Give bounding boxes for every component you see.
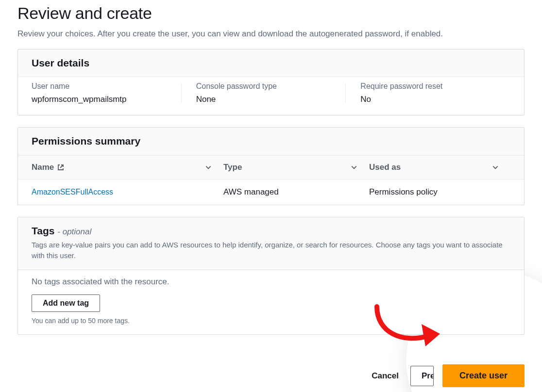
tags-header: Tags - optional Tags are key-value pairs… (18, 217, 524, 270)
user-details-header: User details (18, 49, 524, 77)
user-details-row: User name wpformscom_wpmailsmtp Console … (18, 77, 524, 115)
previous-button[interactable]: Previous (410, 366, 434, 386)
tags-title-text: Tags (32, 225, 54, 236)
require-password-reset-value: No (360, 95, 503, 104)
tags-empty-message: No tags associated with the resource. (32, 277, 510, 287)
require-password-reset-field: Require password reset No (346, 82, 510, 104)
permissions-table-header: Name Type (18, 155, 524, 180)
permissions-column-used-as-label: Used as (369, 163, 401, 172)
permissions-type-value: AWS managed (223, 187, 279, 197)
tags-panel: Tags - optional Tags are key-value pairs… (17, 217, 525, 335)
permissions-column-name[interactable]: Name (32, 163, 65, 172)
page-title: Review and create (17, 4, 525, 23)
tags-title: Tags - optional (32, 225, 510, 237)
cancel-button[interactable]: Cancel (369, 366, 402, 386)
user-name-field: User name wpformscom_wpmailsmtp (32, 82, 182, 104)
footer-actions: Cancel Previous Create user (0, 360, 542, 387)
user-name-label: User name (32, 82, 174, 91)
permissions-policy-link[interactable]: AmazonSESFullAccess (32, 188, 113, 196)
permissions-summary-title: Permissions summary (32, 135, 510, 147)
permissions-column-name-label: Name (32, 163, 54, 172)
permissions-summary-header: Permissions summary (18, 128, 524, 155)
console-password-type-value: None (196, 95, 339, 104)
tags-optional-label: - optional (57, 227, 91, 236)
permissions-column-type[interactable]: Type (223, 163, 242, 172)
external-link-icon (57, 163, 65, 171)
create-user-button[interactable]: Create user (442, 364, 525, 387)
add-new-tag-button[interactable]: Add new tag (32, 294, 100, 312)
page-description: Review your choices. After you create th… (17, 28, 525, 40)
console-password-type-field: Console password type None (182, 82, 346, 104)
user-details-panel: User details User name wpformscom_wpmail… (17, 49, 525, 115)
sort-icon[interactable] (205, 164, 212, 171)
permissions-column-used-as[interactable]: Used as (369, 163, 401, 172)
permissions-summary-panel: Permissions summary Name (17, 127, 525, 205)
tags-body: No tags associated with the resource. Ad… (18, 270, 524, 334)
console-password-type-label: Console password type (196, 82, 339, 91)
sort-icon[interactable] (351, 164, 357, 171)
permissions-used-as-value: Permissions policy (369, 187, 438, 197)
user-name-value: wpformscom_wpmailsmtp (32, 95, 174, 104)
user-details-title: User details (32, 57, 510, 69)
tags-description: Tags are key-value pairs you can add to … (32, 240, 510, 261)
permissions-table-row: AmazonSESFullAccess AWS managed Permissi… (18, 180, 524, 205)
tags-limit-hint: You can add up to 50 more tags. (32, 317, 510, 325)
require-password-reset-label: Require password reset (360, 82, 503, 91)
permissions-column-type-label: Type (223, 163, 242, 172)
sort-icon[interactable] (492, 164, 499, 171)
